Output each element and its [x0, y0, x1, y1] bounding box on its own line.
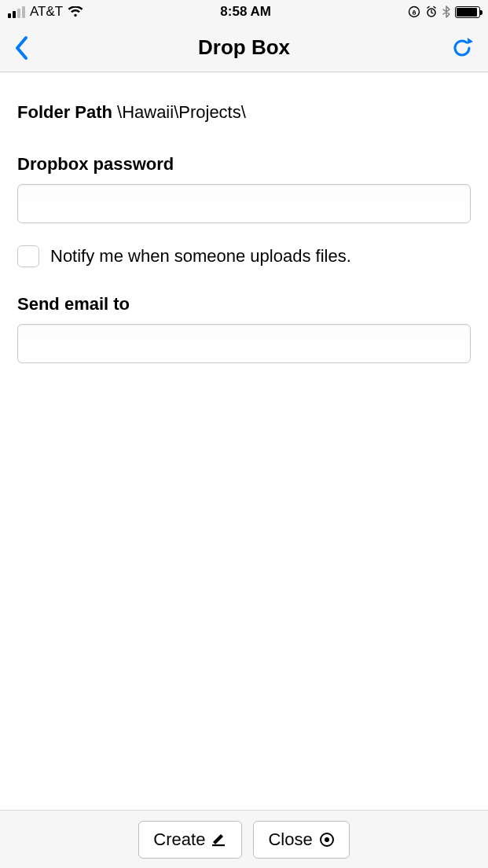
email-label: Send email to: [17, 294, 471, 314]
page-title: Drop Box: [198, 35, 290, 60]
notify-label: Notify me when someone uploads files.: [50, 246, 351, 267]
close-button-label: Close: [268, 829, 312, 850]
create-button[interactable]: Create: [138, 821, 242, 859]
refresh-icon: [450, 36, 474, 60]
status-bar: AT&T 8:58 AM: [0, 0, 488, 24]
close-button[interactable]: Close: [253, 821, 349, 859]
svg-point-5: [325, 837, 329, 842]
status-left: AT&T: [8, 4, 83, 20]
svg-marker-2: [468, 38, 473, 44]
folder-path-label: Folder Path: [17, 102, 112, 123]
cellular-signal-icon: [8, 6, 25, 18]
password-section: Dropbox password: [17, 154, 471, 223]
folder-path-row: Folder Path \Hawaii\Projects\: [17, 102, 471, 123]
refresh-button[interactable]: [427, 36, 474, 60]
notify-checkbox[interactable]: [17, 245, 39, 267]
carrier-label: AT&T: [30, 4, 63, 20]
status-time: 8:58 AM: [220, 4, 271, 20]
wifi-icon: [68, 6, 83, 17]
notify-row[interactable]: Notify me when someone uploads files.: [17, 245, 471, 267]
orientation-lock-icon: [408, 6, 420, 18]
password-input[interactable]: [17, 184, 471, 223]
battery-icon: [455, 6, 480, 18]
pencil-edit-icon: [211, 833, 227, 847]
create-button-label: Create: [153, 829, 205, 850]
footer-toolbar: Create Close: [0, 810, 488, 868]
content: Folder Path \Hawaii\Projects\ Dropbox pa…: [0, 72, 488, 363]
nav-bar: Drop Box: [0, 24, 488, 72]
status-right: [408, 6, 480, 18]
bluetooth-icon: [442, 6, 450, 18]
password-label: Dropbox password: [17, 154, 471, 175]
back-button[interactable]: [14, 35, 61, 61]
folder-path-value: \Hawaii\Projects\: [117, 102, 246, 123]
alarm-icon: [425, 6, 438, 18]
circle-check-icon: [319, 832, 335, 848]
chevron-left-icon: [14, 35, 30, 61]
email-input[interactable]: [17, 324, 471, 363]
email-section: Send email to: [17, 294, 471, 363]
svg-rect-3: [212, 844, 225, 846]
